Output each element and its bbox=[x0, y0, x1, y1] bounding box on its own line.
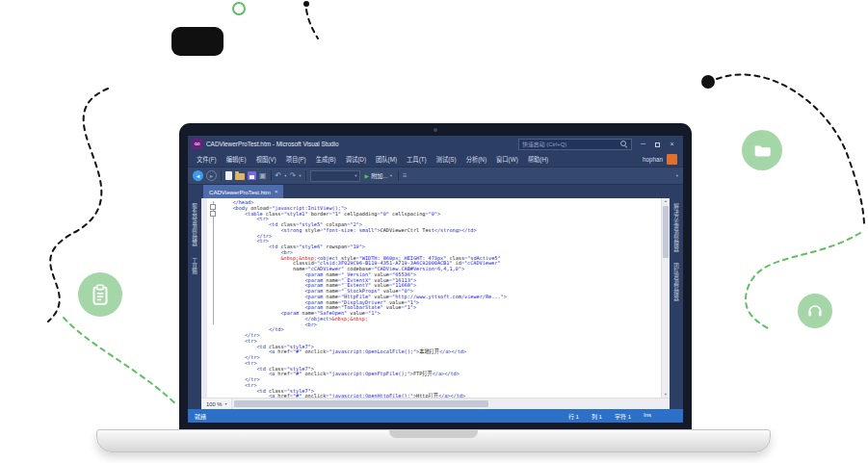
save-all-icon[interactable]: ▣ bbox=[259, 172, 267, 180]
headset-icon bbox=[805, 301, 825, 321]
menu-item[interactable]: 编辑(E) bbox=[222, 152, 251, 167]
status-bar: 就绪 行 1 列 1 字符 1 Ins bbox=[188, 409, 683, 423]
attach-debugger-button[interactable]: ▶ 附加... ▾ bbox=[363, 171, 394, 180]
signed-in-user[interactable]: hophan bbox=[643, 156, 663, 163]
dock-tab[interactable]: 工具箱 bbox=[191, 258, 198, 274]
undo-icon[interactable]: ↶ bbox=[276, 172, 282, 180]
clipboard-badge bbox=[78, 272, 122, 317]
toolbar-separator bbox=[398, 170, 399, 181]
vertical-scrollbar-thumb[interactable] bbox=[663, 206, 669, 258]
dock-tab[interactable]: 团队资源管理器 bbox=[672, 263, 680, 300]
chevron-down-icon: ▾ bbox=[390, 173, 392, 178]
window-title: CADViewerProTest.htm - Microsoft Visual … bbox=[206, 141, 339, 147]
open-file-icon[interactable] bbox=[235, 173, 245, 180]
menu-item[interactable]: 分析(N) bbox=[461, 152, 491, 167]
menu-item[interactable]: 文件(F) bbox=[192, 152, 222, 167]
close-button[interactable]: × bbox=[665, 136, 679, 152]
vertical-scrollbar[interactable]: ▲ ▼ bbox=[661, 198, 670, 398]
new-file-icon[interactable] bbox=[225, 171, 232, 180]
code-lines: </head> <body onload="javascript:InitVie… bbox=[219, 198, 661, 398]
dock-tab[interactable]: 服务器资源管理器 bbox=[191, 203, 198, 246]
menu-item[interactable]: 测试(S) bbox=[432, 152, 461, 167]
code-editor[interactable]: </head> <body onload="javascript:InitVie… bbox=[201, 198, 670, 398]
redo-icon[interactable]: ↷ bbox=[290, 172, 297, 180]
maximize-button[interactable] bbox=[650, 136, 665, 152]
title-bar: ∞ CADViewerProTest.htm - Microsoft Visua… bbox=[188, 136, 683, 152]
decorative-ring bbox=[233, 3, 245, 14]
right-dock-tabs: 解决方案资源管理器团队资源管理器 bbox=[670, 198, 683, 409]
search-icon bbox=[620, 141, 628, 148]
decorative-dot-top bbox=[303, 1, 309, 7]
maximize-icon bbox=[655, 142, 660, 147]
menu-item[interactable]: 窗口(W) bbox=[491, 152, 523, 167]
menu-right: hophan bbox=[643, 154, 679, 165]
visual-studio-logo-icon: ∞ bbox=[192, 139, 202, 149]
menu-item[interactable]: 项目(P) bbox=[281, 152, 311, 167]
tab-strip: CADViewerProTest.htm × bbox=[188, 185, 683, 198]
toolbar-end: ▾ bbox=[676, 173, 678, 178]
toolbar-separator bbox=[305, 170, 306, 181]
tab-label: CADViewerProTest.htm bbox=[209, 189, 271, 195]
outline-margin bbox=[207, 198, 219, 398]
left-dock-tabs: 服务器资源管理器工具箱 bbox=[188, 198, 201, 409]
page: ∞ CADViewerProTest.htm - Microsoft Visua… bbox=[0, 0, 868, 463]
menu-item[interactable]: 工具(T) bbox=[402, 152, 432, 167]
dock-tab[interactable]: 解决方案资源管理器 bbox=[672, 203, 680, 251]
status-ready: 就绪 bbox=[195, 412, 206, 421]
zoom-selector[interactable]: 100 % ▾ bbox=[201, 399, 232, 409]
scroll-down-icon[interactable]: ▼ bbox=[662, 393, 670, 397]
attach-label: 附加... bbox=[371, 171, 388, 180]
toolbar-separator bbox=[221, 170, 222, 181]
menu-bar: 文件(F)编辑(E)视图(V)项目(P)生成(B)调试(D)团队(M)工具(T)… bbox=[188, 152, 683, 167]
tab-close-icon[interactable]: × bbox=[275, 189, 278, 194]
toolbar-separator bbox=[271, 170, 272, 181]
quick-launch-placeholder: 快速启动 (Ctrl+Q) bbox=[522, 140, 618, 148]
status-character: 字符 1 bbox=[615, 412, 631, 421]
quick-launch-search[interactable]: 快速启动 (Ctrl+Q) bbox=[518, 139, 632, 150]
horizontal-scrollbar[interactable] bbox=[232, 399, 670, 409]
navigate-forward-icon[interactable]: ► bbox=[206, 170, 217, 181]
main-row: 服务器资源管理器工具箱 </head> <body onload="javasc… bbox=[188, 198, 683, 409]
debug-target-dropdown[interactable]: ▾ bbox=[310, 170, 360, 182]
folder-icon bbox=[751, 140, 773, 161]
horizontal-scrollbar-thumb[interactable] bbox=[234, 400, 487, 407]
editor-column: </head> <body onload="javascript:InitVie… bbox=[201, 198, 670, 409]
menu-items: 文件(F)编辑(E)视图(V)项目(P)生成(B)调试(D)团队(M)工具(T)… bbox=[192, 152, 553, 167]
tab-cadviewerprotest[interactable]: CADViewerProTest.htm × bbox=[203, 185, 283, 198]
visual-studio-window: ∞ CADViewerProTest.htm - Microsoft Visua… bbox=[188, 136, 683, 423]
save-icon[interactable] bbox=[248, 171, 256, 180]
laptop-base bbox=[96, 429, 771, 452]
decorative-dot-right bbox=[701, 75, 715, 89]
laptop-notch bbox=[389, 430, 478, 438]
scroll-up-icon[interactable]: ▲ bbox=[662, 199, 670, 203]
navigate-back-icon[interactable]: ◄ bbox=[193, 170, 203, 181]
menu-item[interactable]: 帮助(H) bbox=[523, 152, 553, 167]
decorative-blob bbox=[171, 27, 224, 56]
clipboard-icon bbox=[88, 282, 113, 307]
dashed-line-bottom-left-green bbox=[64, 318, 176, 404]
dashed-line-top bbox=[306, 10, 318, 39]
menu-item[interactable]: 生成(B) bbox=[311, 152, 341, 167]
list-icon[interactable]: ≡ bbox=[403, 172, 408, 180]
laptop-camera bbox=[434, 128, 437, 132]
chevron-down-icon: ▾ bbox=[224, 401, 226, 406]
status-column: 列 1 bbox=[592, 412, 602, 421]
dashed-line-right bbox=[717, 74, 864, 223]
undo-caret-icon[interactable]: ▾ bbox=[284, 173, 286, 178]
user-avatar[interactable] bbox=[667, 154, 677, 165]
collapse-box-icon[interactable] bbox=[210, 204, 216, 210]
status-line: 行 1 bbox=[568, 412, 579, 421]
chevron-down-icon: ▾ bbox=[355, 173, 356, 178]
play-icon: ▶ bbox=[365, 172, 370, 179]
status-insert-mode: Ins bbox=[644, 412, 651, 421]
collapse-box-icon[interactable] bbox=[210, 211, 216, 217]
toolbar: ◄ ► ▣ ↶ ▾ ↷ ▾ ▾ ▶ 附加... ▾ bbox=[188, 167, 683, 185]
laptop-screen: ∞ CADViewerProTest.htm - Microsoft Visua… bbox=[179, 123, 692, 429]
window-controls: ─ × bbox=[636, 136, 679, 152]
menu-item[interactable]: 团队(M) bbox=[371, 152, 402, 167]
menu-item[interactable]: 视图(V) bbox=[251, 152, 281, 167]
menu-item[interactable]: 调试(D) bbox=[341, 152, 371, 167]
minimize-button[interactable]: ─ bbox=[636, 136, 650, 152]
toolbar-options-icon[interactable]: ▾ bbox=[676, 173, 678, 178]
redo-caret-icon[interactable]: ▾ bbox=[299, 173, 301, 178]
